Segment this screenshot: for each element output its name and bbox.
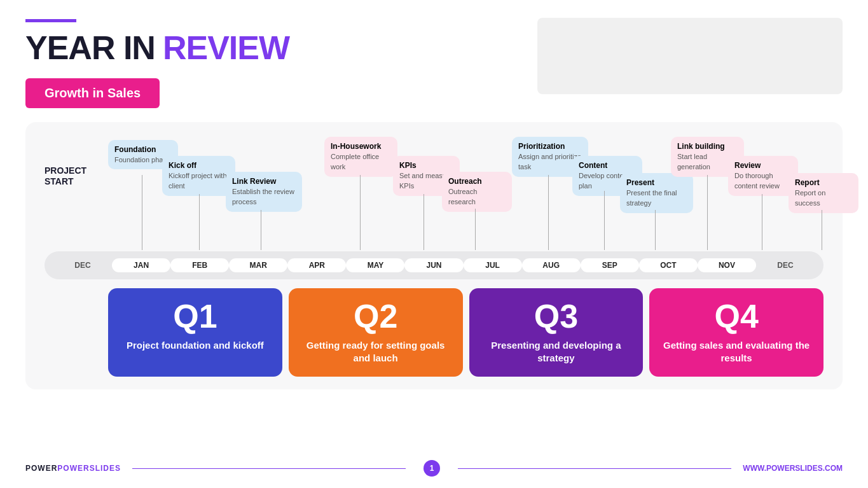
title-review: REVIEW (163, 29, 289, 67)
card-title-prioritization: Prioritization (518, 141, 582, 151)
footer-url: WWW.POWERSLIDES.COM (743, 464, 843, 473)
vline-content (604, 191, 605, 250)
task-card-report: Report Report on success (789, 173, 858, 213)
q3-label: Q3 (479, 300, 633, 333)
month-may: MAY (346, 258, 404, 272)
task-card-kickoff: Kick off Kickoff project with client (162, 156, 235, 196)
card-desc-in-housework: Complete office work (331, 153, 379, 171)
card-title-in-housework: In-Housework (331, 141, 391, 151)
vline-foundation (142, 175, 142, 250)
task-card-link-review: Link Review Establish the review process (226, 172, 302, 212)
footer-brand: POWERPOWERSLIDES (25, 464, 121, 473)
month-jul: JUL (464, 258, 522, 272)
q1-label: Q1 (118, 300, 272, 333)
vline-in-housework (360, 175, 361, 250)
footer-line-left (132, 468, 406, 469)
month-dec-end: DEC (756, 261, 815, 270)
month-oct: OCT (639, 258, 698, 272)
project-start-label: PROJECTSTART (45, 165, 102, 187)
task-card-present: Present Present the final strategy (620, 173, 693, 213)
card-desc-link-building: Start lead generation (677, 153, 710, 171)
task-card-in-housework: In-Housework Complete office work (324, 137, 397, 177)
page: YEAR IN REVIEW Growth in Sales PROJECTST… (0, 0, 868, 488)
card-desc-present: Present the final strategy (626, 189, 677, 207)
card-title-kpis: KPIs (399, 160, 453, 171)
month-nov: NOV (698, 258, 756, 272)
vline-kpis (424, 194, 424, 250)
card-title-link-building: Link building (677, 141, 738, 151)
q2-desc: Getting ready for setting goals and lauc… (299, 339, 453, 365)
task-card-review: Review Do thorough content review (728, 156, 798, 196)
month-jan: JAN (112, 258, 170, 272)
card-desc-report: Report on success (795, 189, 825, 207)
quarter-q2: Q2 Getting ready for setting goals and l… (289, 288, 463, 377)
vline-link-building (707, 175, 708, 250)
accent-line (25, 19, 76, 22)
card-title-outreach: Outreach (448, 176, 506, 186)
month-mar: MAR (229, 258, 287, 272)
q4-label: Q4 (659, 300, 813, 333)
card-title-foundation: Foundation (114, 144, 172, 155)
card-title-report: Report (795, 178, 852, 188)
month-aug: AUG (522, 258, 581, 272)
vline-present (655, 210, 656, 250)
card-title-content: Content (579, 160, 636, 171)
q4-desc: Getting sales and evaluating the results (659, 339, 813, 365)
month-sep: SEP (581, 258, 639, 272)
footer-page-number: 1 (424, 460, 440, 477)
card-title-review: Review (734, 160, 792, 171)
month-dec-start: DEC (53, 261, 112, 270)
month-apr: APR (287, 258, 346, 272)
card-desc-outreach: Outreach research (448, 188, 477, 206)
task-card-outreach: Outreach Outreach research (442, 172, 512, 212)
decorative-gray-rect (537, 18, 843, 94)
card-desc-kickoff: Kickoff project with client (169, 172, 227, 190)
card-title-present: Present (626, 178, 687, 188)
card-title-link-review: Link Review (232, 176, 296, 186)
month-bar: DEC JAN FEB MAR APR MAY JUN JUL AUG SEP … (45, 251, 823, 279)
quarters-row: Q1 Project foundation and kickoff Q2 Get… (45, 288, 823, 377)
month-feb: FEB (170, 258, 229, 272)
growth-badge: Growth in Sales (25, 78, 160, 108)
card-title-kickoff: Kick off (169, 160, 229, 171)
vline-kickoff (199, 194, 200, 250)
card-desc-link-review: Establish the review process (232, 188, 294, 206)
month-jun: JUN (404, 258, 463, 272)
quarter-q3: Q3 Presenting and developing a strategy (469, 288, 644, 377)
vline-outreach (475, 209, 476, 250)
vline-report (822, 210, 822, 250)
footer: POWERPOWERSLIDES 1 WWW.POWERSLIDES.COM (25, 460, 843, 477)
quarter-q1: Q1 Project foundation and kickoff (108, 288, 282, 377)
q3-desc: Presenting and developing a strategy (479, 339, 633, 365)
q1-desc: Project foundation and kickoff (118, 339, 272, 352)
vline-review (762, 194, 762, 250)
vline-link-review (261, 210, 261, 250)
timeline-area: PROJECTSTART Foundation Foundation phase… (25, 122, 843, 389)
footer-line-right (458, 468, 731, 469)
vline-prioritization (548, 175, 549, 250)
title-year-in: YEAR IN (25, 29, 155, 67)
card-desc-review: Do thorough content review (734, 172, 780, 190)
tasks-above-timeline: PROJECTSTART Foundation Foundation phase… (45, 134, 823, 251)
quarter-q4: Q4 Getting sales and evaluating the resu… (649, 288, 823, 377)
q2-label: Q2 (299, 300, 453, 333)
